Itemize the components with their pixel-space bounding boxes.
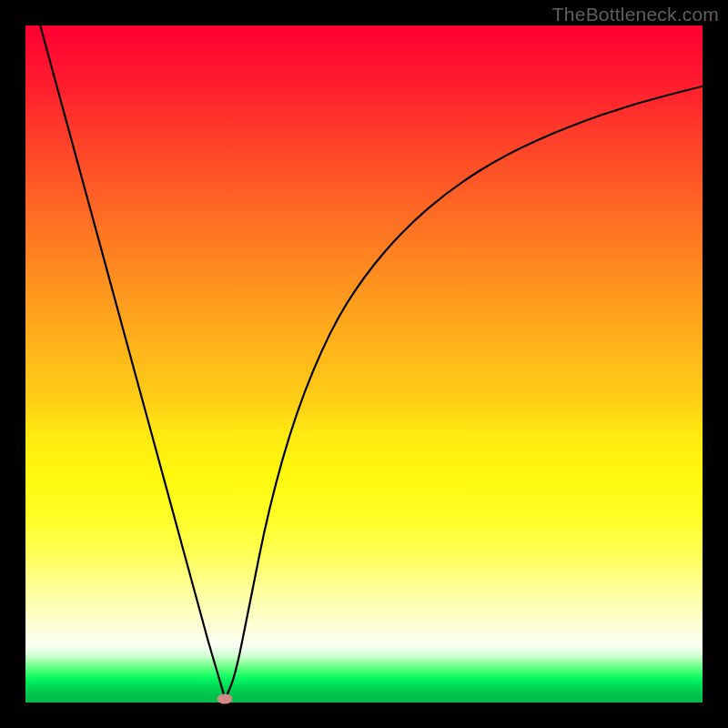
minimum-marker bbox=[217, 694, 233, 704]
bottleneck-curve bbox=[25, 25, 703, 703]
chart-container: TheBottleneck.com bbox=[0, 0, 728, 728]
plot-area bbox=[25, 25, 703, 703]
watermark-text: TheBottleneck.com bbox=[552, 4, 719, 25]
